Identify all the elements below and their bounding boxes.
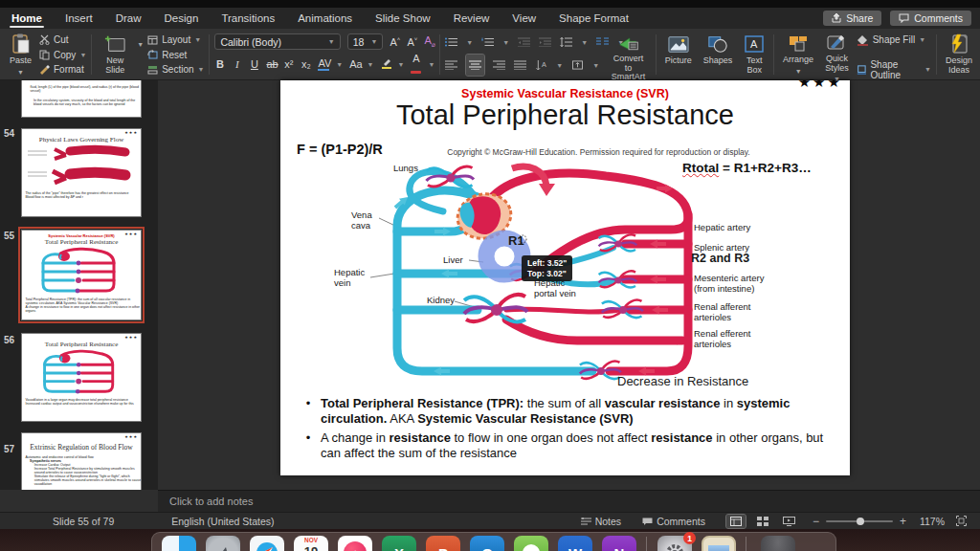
comments-toggle-button[interactable]: Comments bbox=[642, 516, 705, 527]
camtasia-dock-icon[interactable]: ▸ bbox=[514, 536, 548, 551]
tooltip-top-value: Top: 3.02" bbox=[527, 269, 567, 279]
tab-view[interactable]: View bbox=[501, 8, 547, 29]
highlight-button[interactable] bbox=[381, 57, 391, 71]
excel-dock-icon[interactable]: X bbox=[382, 536, 416, 551]
onenote-dock-icon[interactable]: N bbox=[602, 536, 636, 551]
photos-dock-icon[interactable] bbox=[702, 536, 736, 551]
new-slide-button[interactable]: New Slide bbox=[97, 32, 133, 77]
shape-fill-button[interactable]: Shape Fill▼ bbox=[857, 33, 931, 46]
design-ideas-button[interactable]: DesignIdeas bbox=[942, 32, 976, 77]
trash-dock-icon[interactable] bbox=[761, 536, 795, 551]
label-mesenteric-artery: Mesenteric artery (from intestine) bbox=[694, 274, 782, 294]
slide-sorter-view-button[interactable] bbox=[753, 515, 772, 528]
reset-button[interactable]: Reset bbox=[147, 49, 204, 61]
slide-thumbnail-54[interactable]: ★★★ Physical Laws Governing Flow The rad… bbox=[21, 128, 142, 217]
align-text-button[interactable] bbox=[571, 56, 584, 74]
finder-dock-icon[interactable]: ⌣ bbox=[162, 536, 196, 551]
word-dock-icon[interactable]: W bbox=[558, 536, 592, 551]
italic-button[interactable]: I bbox=[232, 58, 242, 70]
paste-button[interactable]: Paste▼ bbox=[6, 32, 35, 77]
tab-shape-format[interactable]: Shape Format bbox=[547, 8, 640, 29]
tab-animations[interactable]: Animations bbox=[286, 8, 364, 29]
tab-home[interactable]: Home bbox=[0, 8, 54, 29]
slide-editor[interactable]: ★★★ Systemic Vascular Resistance (SVR) T… bbox=[280, 80, 850, 475]
increase-indent-button[interactable] bbox=[539, 33, 551, 51]
text-direction-button[interactable]: A bbox=[535, 56, 547, 74]
launchpad-dock-icon[interactable] bbox=[206, 536, 240, 551]
position-tooltip: Left: 3.52" Top: 3.02" bbox=[522, 255, 572, 281]
label-lungs: Lungs bbox=[393, 164, 418, 174]
section-button[interactable]: Section▼ bbox=[147, 63, 204, 76]
dock-separator bbox=[746, 537, 746, 551]
change-case-button[interactable]: Aa bbox=[349, 58, 360, 70]
bold-button[interactable]: B bbox=[214, 58, 225, 70]
arrange-button[interactable]: Arrange▼ bbox=[779, 32, 817, 77]
shapes-button[interactable]: Shapes bbox=[700, 32, 737, 77]
tab-review[interactable]: Review bbox=[442, 8, 501, 29]
notification-badge: 1 bbox=[683, 532, 696, 544]
powerpoint-dock-icon[interactable]: P bbox=[426, 536, 460, 551]
slide-thumbnail-56[interactable]: ★★★ Total Peripheral Resistance Vasodila… bbox=[21, 333, 142, 422]
layout-button[interactable]: Layout▼ bbox=[147, 33, 204, 46]
align-center-button[interactable] bbox=[466, 55, 484, 76]
music-dock-icon[interactable]: ♪ bbox=[338, 536, 372, 551]
slideshow-view-button[interactable] bbox=[780, 515, 799, 528]
circulation-mini-diagram bbox=[22, 246, 142, 296]
format-painter-button[interactable]: Format bbox=[39, 63, 86, 76]
slide-thumbnail-57[interactable]: ★★★ Extrinsic Regulation of Blood Flow A… bbox=[21, 432, 142, 490]
character-spacing-button[interactable]: AV bbox=[318, 57, 329, 71]
heart-illustration bbox=[454, 189, 515, 244]
align-left-button[interactable] bbox=[445, 56, 457, 74]
zoom-slider-knob[interactable] bbox=[857, 518, 864, 525]
justify-button[interactable] bbox=[514, 56, 526, 74]
notes-toggle-button[interactable]: Notes bbox=[581, 516, 621, 527]
tab-design[interactable]: Design bbox=[153, 8, 211, 29]
fit-slide-button[interactable] bbox=[956, 516, 967, 528]
line-spacing-button[interactable] bbox=[560, 33, 572, 51]
safari-dock-icon[interactable] bbox=[250, 536, 284, 551]
slide-thumbnail-55[interactable]: ★★★ Systemic Vascular Resistance (SVR) T… bbox=[21, 230, 142, 320]
calendar-dock-icon[interactable]: NOV 19 bbox=[294, 536, 328, 551]
underline-button[interactable]: U bbox=[249, 58, 259, 70]
zoom-level[interactable]: 117% bbox=[920, 516, 945, 527]
notes-pane[interactable]: Click to add notes bbox=[158, 490, 980, 512]
zoom-in-button[interactable]: + bbox=[900, 515, 906, 528]
tab-transitions[interactable]: Transitions bbox=[210, 8, 286, 29]
strikethrough-button[interactable]: ab bbox=[266, 58, 277, 70]
bullets-button[interactable] bbox=[445, 33, 457, 51]
font-color-button[interactable]: A bbox=[411, 53, 421, 76]
decrease-indent-button[interactable] bbox=[518, 33, 530, 51]
picture-button[interactable]: Picture bbox=[661, 32, 696, 77]
tab-draw[interactable]: Draw bbox=[104, 8, 153, 29]
shrink-font-button[interactable]: A˅ bbox=[407, 36, 417, 48]
zoom-out-button[interactable]: − bbox=[813, 515, 819, 528]
slide-thumbnail-53[interactable]: fluid, length (L) of the pipe (blood ves… bbox=[21, 80, 142, 118]
system-settings-dock-icon[interactable]: 1 bbox=[657, 536, 692, 551]
quick-styles-button[interactable]: QuickStyles▼ bbox=[821, 32, 853, 77]
shape-outline-button[interactable]: Shape Outline▼ bbox=[857, 63, 931, 76]
zoom-slider[interactable] bbox=[826, 520, 893, 522]
convert-to-smartart-button[interactable]: Convert toSmartArt▼ bbox=[606, 32, 650, 77]
cut-button[interactable]: Cut bbox=[39, 33, 86, 46]
outlook-dock-icon[interactable]: O bbox=[470, 536, 504, 551]
subscript-button[interactable]: x₂ bbox=[301, 58, 311, 70]
slide-body-text[interactable]: •Total Peripheral Resistance (TPR): the … bbox=[296, 396, 832, 465]
font-size-select[interactable]: 18▼ bbox=[347, 33, 384, 50]
share-button[interactable]: Share bbox=[823, 11, 881, 26]
text-box-button[interactable]: A TextBox bbox=[740, 32, 768, 77]
tab-slide-show[interactable]: Slide Show bbox=[364, 8, 442, 29]
grow-font-button[interactable]: A˄ bbox=[390, 36, 400, 48]
superscript-button[interactable]: x² bbox=[283, 58, 294, 70]
copy-icon bbox=[39, 50, 50, 60]
copy-button[interactable]: Copy▼ bbox=[39, 49, 86, 61]
numbering-button[interactable] bbox=[481, 33, 494, 51]
font-name-select[interactable]: Calibri (Body)▼ bbox=[214, 33, 340, 50]
status-bar: Slide 55 of 79 English (United States) N… bbox=[0, 512, 980, 530]
slide-thumbnail-panel[interactable]: fluid, length (L) of the pipe (blood ves… bbox=[0, 80, 158, 490]
align-right-button[interactable] bbox=[493, 56, 505, 74]
clear-formatting-button[interactable]: A⌀ bbox=[424, 34, 434, 49]
comments-button[interactable]: Comments bbox=[890, 11, 971, 26]
tab-insert[interactable]: Insert bbox=[54, 8, 104, 29]
normal-view-button[interactable] bbox=[726, 515, 746, 528]
language-indicator[interactable]: English (United States) bbox=[171, 516, 274, 527]
